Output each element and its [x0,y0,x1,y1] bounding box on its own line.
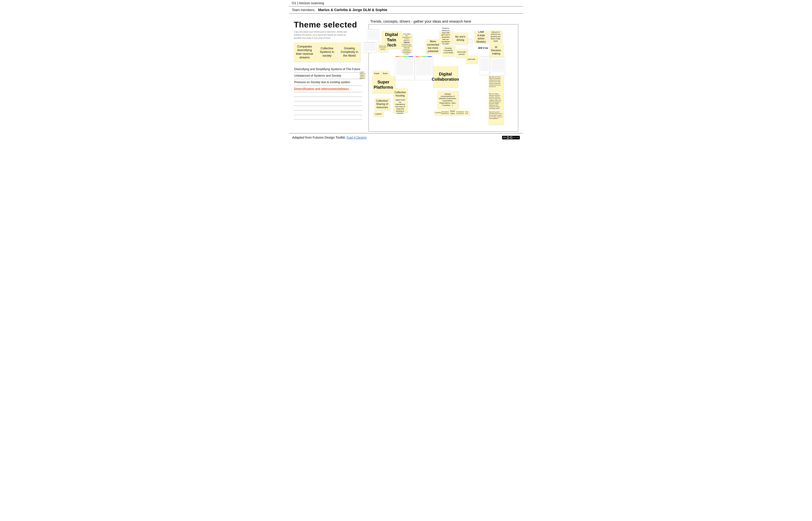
theme-row[interactable] [294,110,362,115]
doc-thumbnail[interactable] [395,55,414,80]
footer-link[interactable]: Fuel 4 Design [347,136,367,139]
tip-tip-1[interactable]: Tip: Split up search keywords/ elements … [488,75,503,91]
ideas-board[interactable]: Will it be Digital Twin TechDigital Twin… [369,24,518,132]
theme-row[interactable]: Unbalanced of Systems and Societymaybe a… [294,72,362,79]
cc-badge: CC 👤 ↻ BY SA [502,136,520,139]
sticky-ai-decision[interactable]: AI Decision making [489,44,503,57]
theme-pad-0[interactable]: Companies diversifying their revenue str… [294,42,315,62]
theme-row[interactable] [294,97,362,101]
footer-text: Adapted from Futures Design Toolkit, Fue… [292,136,367,139]
sticky-collective-sharing[interactable]: Collective/ Sharing of resources [374,98,390,110]
sticky-collective-housing[interactable]: Collective housing [393,88,407,100]
theme-row[interactable] [294,101,362,106]
sticky-supply[interactable]: Supply [373,71,381,76]
cc-sa-icon: ↻ [510,136,512,139]
theme-blurb: Copy and paste your theme post it note h… [294,30,349,40]
theme-row-mini-tag[interactable]: maybe aspect of specific system / spectr… [359,73,365,78]
cc-label: CC [503,136,506,139]
sticky-growing-complexity[interactable]: Growing Complexity in the World [442,45,455,56]
sticky-more-connected[interactable]: More connected but more polarised [426,39,440,54]
team-label: Team members: [292,8,315,12]
sticky-no-ones-driving[interactable]: No one's driving [453,32,467,44]
team-value: Marius & Carlotta & Jorge DLM & Sophie [318,8,387,12]
theme-panel: Theme selected Copy and paste your theme… [294,18,362,132]
sticky-banks[interactable]: Banks [381,71,390,76]
theme-row[interactable]: Diversifying and Simplifying Systems of … [294,66,362,72]
doc-thumbnail[interactable] [490,56,505,75]
theme-row[interactable] [294,106,362,110]
sticky-logistics[interactable]: Logistics [373,112,384,116]
cc-by-icon: 👤 [507,136,509,139]
sticky-metacities-hub[interactable]: Metacities Excellence Hub: Exploring Dig… [401,44,412,53]
footer: Adapted from Futures Design Toolkit, Fue… [289,133,523,142]
sticky-global-connectedness[interactable]: Globally connectedness of networks (Copm… [437,91,458,109]
sticky-systems-interact[interactable]: Systems interact in ways that give rise … [439,31,453,44]
page-header: O1 | Horizon scanning [289,0,523,6]
sticky-tag-intl-coops[interactable]: International Cooperatives [457,110,463,115]
sticky-urgent-need[interactable]: urgent need for inspirational new ways o… [393,101,407,113]
sticky-tag-post-truth[interactable]: Post-truth [464,111,469,115]
board-title: Trends, concepts, drivers - gather your … [370,19,518,24]
cc-sub: BY SA [514,137,519,138]
sticky-super-platforms[interactable]: Super Platforms [372,76,395,93]
tip-tip-2[interactable]: Tip: Use design elements whenever possib… [488,92,503,110]
theme-list: Diversifying and Simplifying Systems of … [294,66,362,120]
sticky-post-truth[interactable]: post-truth [466,55,478,64]
theme-row[interactable]: Pressure on Society due to existing syst… [294,79,362,86]
doc-thumbnail[interactable] [479,56,490,75]
doc-thumbnail[interactable] [367,29,379,42]
doc-thumbnail[interactable] [363,42,376,53]
sticky-urban-dt[interactable]: Urban digital twin applications as a vir… [401,33,412,43]
theme-row[interactable] [294,92,362,97]
tip-tip-3[interactable]: Tip: Give yourself sometime at the end o… [488,111,503,124]
theme-pad-2[interactable]: Growing Complexity in the World [339,42,360,62]
sticky-tag-companies[interactable]: Companies [435,110,441,115]
page-label: O1 | Horizon scanning [292,1,324,5]
doc-thumbnail[interactable] [415,55,433,80]
theme-row[interactable]: Diversification and interconnectedness [294,86,362,92]
theme-row[interactable] [294,115,362,119]
theme-pad-1[interactable]: Collective Systems in society [316,42,338,62]
board-wrap: Trends, concepts, drivers - gather your … [369,18,518,132]
sticky-dt-green-deal[interactable]: Digital Twins in the green deal era [378,44,388,52]
stray-label: Will it be [478,47,488,49]
team-header: Team members: Marius & Carlotta & Jorge … [289,6,523,14]
theme-title: Theme selected [294,20,362,29]
sticky-digital-collab[interactable]: Digital Collaboration [433,66,458,87]
theme-triple: Companies diversifying their revenue str… [294,42,362,62]
sticky-amount-systems[interactable]: Amount of systems are growing and there … [489,30,502,43]
sticky-lam[interactable]: LAM (Large action Models) [474,31,488,43]
sticky-tag-intl-orgs[interactable]: International Organizations [442,110,448,115]
footer-prefix: Adapted from Futures Design Toolkit, [292,136,347,139]
sticky-tag-smart-cities[interactable]: Smart Cities [449,109,456,115]
